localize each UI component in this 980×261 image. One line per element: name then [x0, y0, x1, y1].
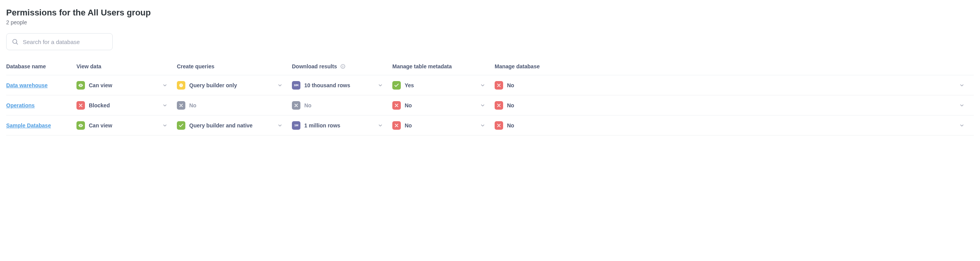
col-manage-metadata: Manage table metadata	[392, 63, 495, 69]
x-icon	[78, 103, 83, 108]
chevron-down-icon	[959, 123, 965, 128]
chevron-down-icon	[162, 103, 168, 108]
one-m-icon: 1M	[294, 124, 298, 127]
permission-badge	[292, 101, 300, 110]
col-download-results-label: Download results	[292, 63, 337, 69]
create-queries-cell: No	[177, 101, 292, 110]
view-data-cell[interactable]: Can view	[76, 121, 177, 130]
manage-database-cell-label: No	[507, 102, 514, 108]
chevron-down-icon	[277, 123, 283, 128]
permission-badge	[495, 81, 503, 90]
table-row: Data warehouse Can view Query builder on…	[6, 75, 974, 95]
permission-badge: 10K	[292, 81, 300, 90]
permission-badge	[76, 81, 85, 90]
permission-badge	[177, 101, 185, 110]
permission-badge	[392, 101, 401, 110]
search-input[interactable]	[6, 33, 113, 50]
chevron-down-icon	[277, 83, 283, 88]
create-queries-cell[interactable]: Query builder and native	[177, 121, 292, 130]
create-queries-cell-label: No	[189, 102, 197, 108]
table-row: Sample Database Can view Query builder a…	[6, 115, 974, 136]
permission-badge	[76, 101, 85, 110]
chevron-down-icon	[959, 83, 965, 88]
download-results-cell[interactable]: 10K 10 thousand rows	[292, 81, 392, 90]
manage-database-cell[interactable]: No	[495, 101, 974, 110]
x-icon	[394, 123, 399, 128]
check-icon	[178, 123, 184, 128]
permission-badge	[392, 81, 401, 90]
manage-database-cell[interactable]: No	[495, 121, 974, 130]
ten-k-icon: 10K	[293, 83, 298, 87]
view-data-cell[interactable]: Can view	[76, 81, 177, 90]
manage-database-cell[interactable]: No	[495, 81, 974, 90]
permission-badge: 1M	[292, 121, 300, 130]
x-icon	[496, 103, 502, 108]
search-container	[6, 33, 113, 50]
database-link[interactable]: Operations	[6, 102, 35, 108]
download-results-cell-label: No	[304, 102, 312, 108]
x-icon	[293, 103, 299, 108]
table-row: Operations Blocked No No No No	[6, 95, 974, 115]
database-link[interactable]: Data warehouse	[6, 82, 47, 88]
x-icon	[394, 103, 399, 108]
chevron-down-icon	[480, 103, 485, 108]
check-icon	[394, 83, 399, 88]
col-create-queries: Create queries	[177, 63, 292, 69]
view-data-cell[interactable]: Blocked	[76, 101, 177, 110]
database-name-cell: Sample Database	[6, 122, 76, 129]
manage-metadata-cell[interactable]: No	[392, 101, 495, 110]
create-queries-cell-label: Query builder only	[189, 82, 237, 88]
x-icon	[496, 123, 502, 128]
chevron-down-icon	[480, 83, 485, 88]
database-link[interactable]: Sample Database	[6, 122, 51, 129]
chevron-down-icon	[480, 123, 485, 128]
x-icon	[178, 103, 184, 108]
download-results-cell-label: 1 million rows	[304, 122, 340, 129]
col-database-name: Database name	[6, 63, 76, 69]
view-data-cell-label: Can view	[89, 82, 112, 88]
chevron-down-icon	[162, 83, 168, 88]
manage-metadata-cell[interactable]: Yes	[392, 81, 495, 90]
download-results-cell: No	[292, 101, 392, 110]
manage-metadata-cell-label: No	[405, 122, 412, 129]
manage-database-cell-label: No	[507, 122, 514, 129]
chevron-down-icon	[959, 103, 965, 108]
permission-badge	[392, 121, 401, 130]
col-download-results: Download results	[292, 63, 392, 69]
create-queries-cell-label: Query builder and native	[189, 122, 253, 129]
page-title: Permissions for the All Users group	[6, 8, 974, 18]
permission-badge	[495, 121, 503, 130]
chevron-down-icon	[378, 123, 383, 128]
col-view-data: View data	[76, 63, 177, 69]
database-name-cell: Data warehouse	[6, 82, 76, 88]
search-icon	[12, 38, 19, 45]
info-icon[interactable]	[340, 64, 346, 69]
chevron-down-icon	[162, 123, 168, 128]
download-results-cell[interactable]: 1M 1 million rows	[292, 121, 392, 130]
download-results-cell-label: 10 thousand rows	[304, 82, 350, 88]
table-header: Database name View data Create queries D…	[6, 60, 974, 75]
chevron-down-icon	[378, 83, 383, 88]
view-data-cell-label: Blocked	[89, 102, 110, 108]
manage-metadata-cell-label: Yes	[405, 82, 414, 88]
manage-metadata-cell-label: No	[405, 102, 412, 108]
manage-metadata-cell[interactable]: No	[392, 121, 495, 130]
page-subtitle: 2 people	[6, 19, 974, 25]
create-queries-cell[interactable]: Query builder only	[177, 81, 292, 90]
permission-badge	[177, 121, 185, 130]
permission-badge	[177, 81, 185, 90]
col-manage-database: Manage database	[495, 63, 974, 69]
eye-icon	[78, 83, 83, 88]
permission-badge	[495, 101, 503, 110]
x-icon	[496, 83, 502, 88]
view-data-cell-label: Can view	[89, 122, 112, 129]
manage-database-cell-label: No	[507, 82, 514, 88]
database-name-cell: Operations	[6, 102, 76, 108]
eye-icon	[78, 123, 83, 128]
permissions-table: Database name View data Create queries D…	[6, 60, 974, 136]
query-builder-icon	[178, 83, 184, 88]
permission-badge	[76, 121, 85, 130]
